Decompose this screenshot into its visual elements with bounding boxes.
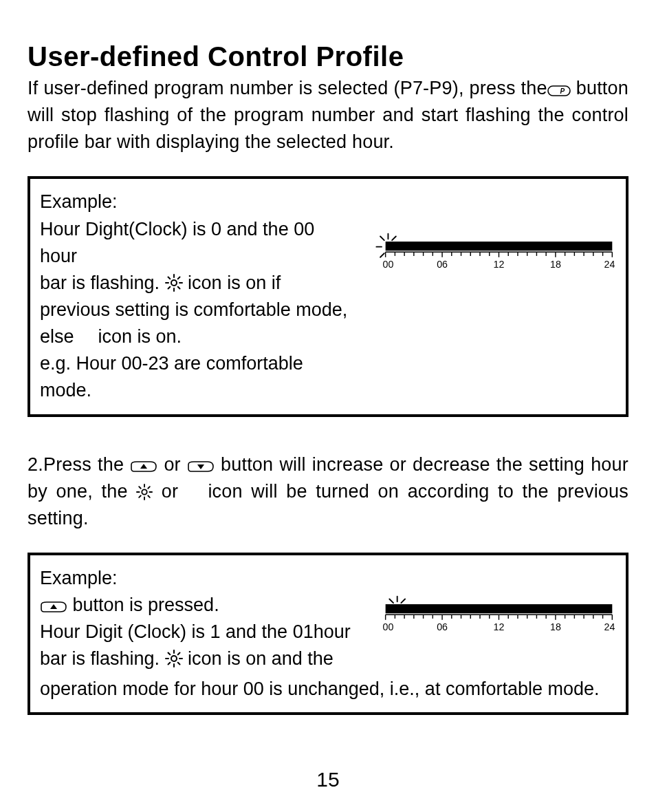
flashing-hour-01-marks — [389, 597, 405, 603]
timeline-diagram-1: 00 06 12 18 24 — [369, 230, 616, 275]
example-2-line2: Hour Digit (Clock) is 1 and the 01hour — [40, 621, 351, 642]
timeline-ticks — [386, 253, 613, 258]
example-1-box: Example: Hour Dight(Clock) is 0 and the … — [28, 176, 628, 416]
svg-line-52 — [139, 495, 141, 498]
page-title: User-defined Control Profile — [28, 41, 628, 72]
svg-line-49 — [139, 487, 141, 489]
svg-point-54 — [171, 656, 177, 661]
svg-line-59 — [168, 653, 170, 655]
down-button-icon — [187, 460, 215, 473]
profile-bar — [386, 604, 613, 613]
example-1-line4a: else — [40, 326, 79, 347]
svg-point-44 — [142, 489, 147, 494]
p-button-icon: P — [547, 83, 571, 97]
timeline-diagram-2: 00 06 12 18 24 — [369, 592, 616, 638]
tick-label: 06 — [437, 259, 448, 270]
up-button-icon — [130, 460, 157, 473]
tick-label: 18 — [550, 621, 561, 632]
step-2-paragraph: 2.Press the or button will increase or d… — [28, 451, 628, 532]
svg-line-64 — [389, 599, 393, 603]
svg-line-15 — [380, 254, 384, 258]
example-1-line5: e.g. Hour 00-23 are comfortable mode. — [40, 353, 303, 400]
example-2-label: Example: — [40, 568, 118, 588]
tick-label: 00 — [383, 259, 394, 270]
svg-line-13 — [392, 237, 396, 241]
example-2-text: Example: button is pressed. Hour Digit (… — [40, 565, 355, 673]
example-1-label: Example: — [40, 191, 118, 212]
tick-label: 06 — [437, 621, 448, 632]
svg-line-50 — [148, 495, 150, 498]
example-1-line2a: bar is flashing. — [40, 273, 165, 293]
page-number: 15 — [0, 768, 656, 791]
step2-b: or — [157, 454, 187, 475]
svg-line-12 — [380, 237, 384, 241]
svg-text:P: P — [560, 87, 565, 95]
tick-label: 24 — [604, 621, 615, 632]
svg-marker-42 — [140, 464, 147, 469]
example-1-line3: previous setting is comfortable mode, — [40, 299, 347, 320]
intro-paragraph: If user-defined program number is select… — [28, 75, 628, 156]
svg-marker-43 — [197, 464, 204, 469]
svg-line-9 — [177, 277, 179, 279]
moon-icon — [187, 485, 199, 500]
profile-bar — [386, 242, 613, 250]
tick-label: 24 — [604, 259, 615, 270]
svg-point-2 — [171, 280, 177, 286]
example-2-line3a: bar is flashing. — [40, 648, 165, 669]
svg-line-51 — [148, 487, 150, 489]
example-1-line1: Hour Dight(Clock) is 0 and the 00 hour — [40, 219, 314, 266]
up-button-icon — [40, 600, 67, 614]
svg-line-10 — [168, 287, 170, 289]
example-1-line4b: icon is on. — [93, 326, 182, 347]
svg-rect-0 — [548, 86, 570, 96]
svg-line-7 — [168, 277, 170, 279]
example-1-text: Example: Hour Dight(Clock) is 0 and the … — [40, 189, 355, 404]
step2-a: 2.Press the — [28, 454, 130, 475]
svg-line-61 — [177, 653, 179, 655]
sun-icon — [165, 274, 183, 292]
moon-icon — [79, 329, 93, 345]
timeline-labels-1: 00 06 12 18 24 — [383, 259, 615, 270]
tick-label: 12 — [494, 259, 505, 270]
svg-line-65 — [401, 599, 405, 603]
intro-text-a: If user-defined program number is select… — [28, 78, 547, 98]
example-2-box: Example: button is pressed. Hour Digit (… — [28, 553, 628, 715]
example-1-line2b: icon is on if — [183, 273, 281, 293]
svg-line-8 — [177, 287, 179, 289]
svg-line-60 — [177, 663, 179, 665]
svg-line-62 — [168, 663, 170, 665]
svg-marker-53 — [50, 604, 57, 609]
tick-label: 18 — [550, 259, 561, 270]
example-2-line1b: button is pressed. — [67, 595, 219, 615]
example-2-line3b: icon is on and the — [183, 648, 334, 669]
example-2-line4: operation mode for hour 00 is unchanged,… — [40, 676, 616, 703]
step2-d: or — [153, 481, 187, 502]
sun-icon — [136, 484, 153, 500]
timeline-ticks — [386, 615, 613, 620]
tick-label: 12 — [494, 621, 505, 632]
sun-icon — [165, 650, 183, 667]
timeline-labels-2: 00 06 12 18 24 — [383, 621, 615, 632]
tick-label: 00 — [383, 621, 394, 632]
